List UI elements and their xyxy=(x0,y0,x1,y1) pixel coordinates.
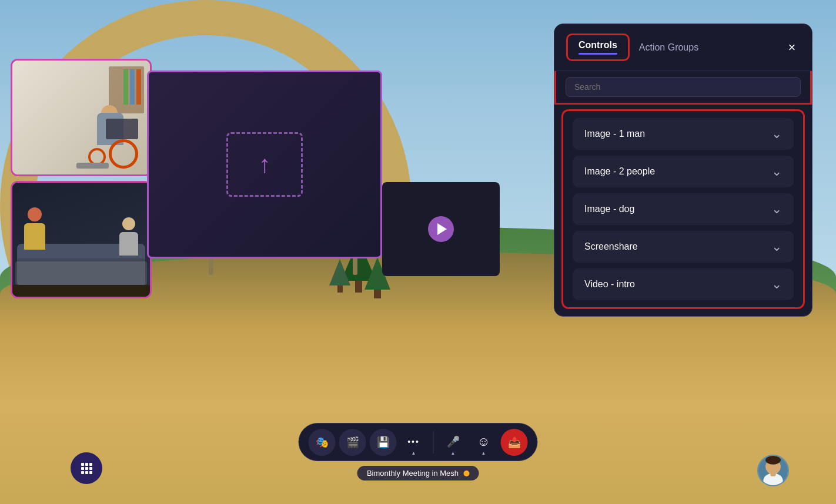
action-item-image-dog[interactable]: Image - dog⌄ xyxy=(573,193,794,225)
panel-couch xyxy=(11,181,152,298)
upload-arrow-icon: ↑ xyxy=(259,150,271,179)
emoji-button-group: ☺ ▲ xyxy=(470,428,497,456)
meeting-bar: Bimonthly Meeting in Mesh xyxy=(357,466,479,481)
svg-rect-8 xyxy=(89,471,92,474)
main-display-screen: ↑ xyxy=(147,70,382,258)
tab-action-groups[interactable]: Action Groups xyxy=(639,42,698,53)
svg-rect-1 xyxy=(85,463,88,466)
film-icon: 🎬 xyxy=(346,436,359,449)
chevron-icon-screenshare: ⌄ xyxy=(771,239,782,254)
save-button[interactable]: 💾 xyxy=(370,429,397,456)
tree-3 xyxy=(329,259,350,293)
more-button-group: ••• ▲ xyxy=(400,428,427,456)
action-item-label-video-intro: Video - intro xyxy=(584,279,635,290)
tab-controls-underline xyxy=(578,53,617,55)
play-triangle-icon xyxy=(437,223,447,235)
grid-icon xyxy=(79,461,93,475)
chevron-icon-image-2-people: ⌄ xyxy=(771,164,782,179)
search-input[interactable] xyxy=(566,77,801,97)
grid-button[interactable] xyxy=(71,452,102,484)
film-button[interactable]: 🎬 xyxy=(339,429,366,456)
play-button[interactable] xyxy=(428,216,454,242)
save-icon: 💾 xyxy=(377,436,390,449)
action-item-label-image-1-man: Image - 1 man xyxy=(584,129,645,139)
svg-rect-2 xyxy=(89,463,92,466)
mic-icon: 🎤 xyxy=(447,435,460,448)
search-container xyxy=(554,71,812,105)
controls-panel: Controls Action Groups × Image - 1 man⌄I… xyxy=(554,23,812,317)
toolbar-divider xyxy=(433,431,434,453)
face-button[interactable]: 🎭 xyxy=(309,429,336,456)
chevron-icon-image-dog: ⌄ xyxy=(771,201,782,217)
svg-rect-7 xyxy=(85,471,88,474)
avatar-svg xyxy=(758,456,788,485)
emoji-icon: ☺ xyxy=(477,434,490,449)
action-item-label-image-dog: Image - dog xyxy=(584,204,634,214)
video-panel xyxy=(382,182,500,276)
svg-rect-3 xyxy=(81,467,84,470)
panel-header: Controls Action Groups × xyxy=(554,24,812,71)
action-item-image-1-man[interactable]: Image - 1 man⌄ xyxy=(573,118,794,150)
panel-wheelchair xyxy=(11,59,152,176)
action-item-video-intro[interactable]: Video - intro⌄ xyxy=(573,268,794,300)
avatar-image xyxy=(758,456,788,485)
mic-button-group: 🎤 ▲ xyxy=(440,428,467,456)
avatar-button[interactable] xyxy=(757,455,789,486)
action-item-label-image-2-people: Image - 2 people xyxy=(584,166,655,177)
action-item-image-2-people[interactable]: Image - 2 people⌄ xyxy=(573,156,794,187)
screen-stand-left xyxy=(209,258,213,275)
svg-rect-0 xyxy=(81,463,84,466)
svg-point-13 xyxy=(765,456,781,465)
face-icon: 🎭 xyxy=(316,436,329,449)
action-item-screenshare[interactable]: Screenshare⌄ xyxy=(573,231,794,263)
svg-rect-4 xyxy=(85,467,88,470)
action-item-label-screenshare: Screenshare xyxy=(584,241,638,252)
upload-placeholder: ↑ xyxy=(226,132,303,197)
action-list: Image - 1 man⌄Image - 2 people⌄Image - d… xyxy=(561,109,805,309)
film-button-group: 🎬 xyxy=(339,429,366,456)
tab-controls[interactable]: Controls xyxy=(578,40,617,50)
screen-stand-right xyxy=(353,258,357,275)
toolbar-wrapper: 🎭 🎬 💾 ••• ▲ 🎤 ▲ ☺ xyxy=(299,423,538,481)
svg-rect-5 xyxy=(89,467,92,470)
more-button[interactable]: ••• xyxy=(400,428,427,455)
toolbar-row: 🎭 🎬 💾 ••• ▲ 🎤 ▲ ☺ xyxy=(299,423,538,461)
meeting-label: Bimonthly Meeting in Mesh xyxy=(367,469,459,478)
emoji-button[interactable]: ☺ xyxy=(470,428,497,455)
meeting-status-dot xyxy=(463,471,469,476)
chevron-icon-image-1-man: ⌄ xyxy=(771,126,782,142)
chevron-icon-video-intro: ⌄ xyxy=(771,277,782,292)
mic-button[interactable]: 🎤 xyxy=(440,428,467,455)
share-button[interactable]: 📤 xyxy=(501,429,528,456)
close-button[interactable]: × xyxy=(784,39,800,56)
share-icon: 📤 xyxy=(508,436,521,449)
svg-rect-6 xyxy=(81,471,84,474)
